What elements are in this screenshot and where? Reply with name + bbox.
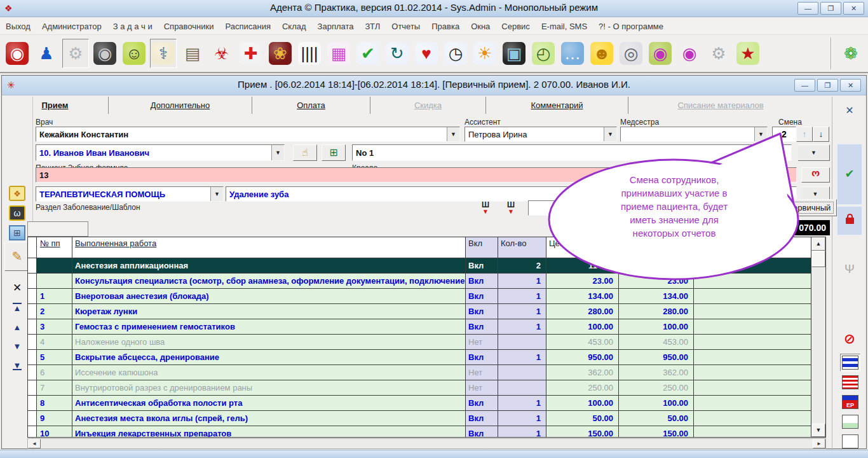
vscroll-thumb[interactable]	[811, 251, 825, 267]
tooth-button[interactable]: ω	[801, 167, 830, 183]
move-up-icon[interactable]: ▲	[7, 318, 27, 336]
confirm-icon[interactable]: ✔	[837, 165, 862, 182]
shift-stepper[interactable]: 2 ↑ ↓	[772, 127, 831, 142]
nurse-combo[interactable]: ▼	[620, 127, 768, 142]
table-row[interactable]: 4Наложение одного шваНет453.00453.00	[28, 335, 825, 350]
move-down-icon[interactable]: ▼	[7, 337, 27, 355]
chevron-down-icon[interactable]: ▼	[271, 145, 284, 160]
menu-item-администратор[interactable]: Администратор	[36, 18, 107, 35]
tab-оплата[interactable]: Оплата	[252, 97, 370, 114]
chevron-down-icon[interactable]: ▼	[604, 127, 616, 141]
chess-pieces-icon[interactable]: ♟	[33, 39, 60, 68]
scroll-left-icon[interactable]: ◄	[28, 439, 41, 448]
alarm-clock-icon[interactable]: ◴	[530, 39, 557, 68]
chat-icon[interactable]: …	[559, 39, 586, 68]
patient-card-button[interactable]: ☝	[293, 144, 317, 161]
patient-combo[interactable]: 10. Иванов Иван Иванович ▼	[36, 144, 285, 161]
shift-up-button[interactable]: ↑	[796, 127, 813, 142]
menu-item-расписания[interactable]: Расписания	[219, 18, 276, 35]
menu-item--о-программе[interactable]: ?! - О программе	[593, 18, 669, 35]
chevron-down-icon[interactable]: ▼	[754, 127, 767, 141]
row2-dropdown[interactable]: ▼	[798, 144, 830, 161]
close-panel-icon[interactable]: ✕	[837, 102, 862, 118]
col-header-work[interactable]: Выполненная работа	[72, 237, 466, 258]
menu-item-зарплата[interactable]: Зарплата	[312, 18, 360, 35]
col-header-qty[interactable]: Кол-во	[498, 237, 546, 258]
shift-down-button[interactable]: ↓	[813, 127, 829, 142]
film-icon[interactable]: ◉	[92, 39, 118, 68]
chevron-down-icon[interactable]: ▼	[447, 127, 459, 141]
col-header-price[interactable]: Цена	[546, 237, 619, 258]
calendar-heart-icon[interactable]: ♥	[413, 39, 440, 68]
firstaid-icon[interactable]: ✚	[238, 39, 264, 68]
section-combo[interactable]: ТЕРАПЕВТИЧЕСКАЯ ПОМОЩЬ ▼	[36, 186, 224, 202]
move-first-icon[interactable]: ▲	[7, 299, 27, 317]
table-row[interactable]: 1Внеротовая анестезия (блокада)Вкл1134.0…	[28, 289, 825, 304]
camera-icon[interactable]: ◎	[618, 39, 644, 68]
eye-icon[interactable]: ◉	[676, 39, 703, 68]
menu-item-справочники[interactable]: Справочники	[158, 18, 220, 35]
insert-template-all-icon[interactable]: Ш▼	[505, 202, 517, 215]
table-row[interactable]: 10Инъекция лекарственных препаратовВкл11…	[28, 426, 825, 438]
menu-item-отчеты[interactable]: Отчеты	[386, 18, 426, 35]
table-row[interactable]: 7Внутриротовой разрез с дренированием ра…	[28, 380, 825, 396]
tab-скидка[interactable]: Скидка	[370, 97, 486, 114]
inner-close-button[interactable]: ✕	[840, 79, 861, 92]
edit-note-icon[interactable]: ✎	[7, 247, 27, 265]
biohazard-icon[interactable]: ☣	[208, 39, 235, 68]
scroll-up-icon[interactable]: ▲	[811, 237, 825, 251]
chevron-down-icon[interactable]: ▼	[210, 187, 223, 201]
finder-icon[interactable]: ☺	[121, 39, 147, 68]
inner-restore-button[interactable]: ❐	[817, 79, 838, 92]
extract-tooth-icon[interactable]: Ψ	[837, 261, 862, 277]
move-last-icon[interactable]: ▼	[7, 356, 27, 374]
chevron-down-icon[interactable]: ▼	[798, 144, 830, 161]
shift-value[interactable]: 2	[772, 127, 796, 142]
tab-комментарий[interactable]: Комментарий	[486, 97, 628, 114]
table-row[interactable]: ►Анестезия аппликационнаяВкл2114.00228.0…	[28, 258, 825, 274]
restore-button[interactable]: ❐	[820, 2, 841, 15]
calendar-sync-icon[interactable]: ↻	[384, 39, 410, 68]
visit-type-button[interactable]: Первичный	[781, 199, 837, 216]
plan-icon[interactable]: ❖	[7, 184, 27, 202]
minimize-button[interactable]: —	[797, 2, 818, 15]
scroll-right-icon[interactable]: ►	[813, 439, 825, 448]
close-button[interactable]: ✕	[843, 2, 864, 15]
table-hscrollbar[interactable]: ◄ ►	[27, 438, 826, 449]
view-ep-icon[interactable]: EP	[840, 393, 860, 411]
xray-window-icon[interactable]: ⊞	[7, 224, 27, 242]
tab-дополнительно[interactable]: Дополнительно	[109, 97, 252, 114]
books-icon[interactable]: ▤	[179, 39, 206, 68]
pink-grid-icon[interactable]: ▦	[325, 39, 352, 68]
table-row[interactable]: Консультация специалиста (осмотр, сбор а…	[28, 274, 825, 289]
eye-card-icon[interactable]: ◉	[647, 39, 674, 68]
tooth-save-icon[interactable]: ω	[7, 204, 27, 222]
table-row[interactable]: 2Кюретаж лункиВкл1280.00280.00	[28, 304, 825, 319]
block-icon[interactable]: ⊘	[837, 331, 862, 347]
barcode-icon[interactable]: ||||	[296, 39, 323, 68]
table-row[interactable]: 6Иссечение капюшонаНет362.00362.00	[28, 365, 825, 380]
col-header-sum[interactable]: Сумма	[619, 237, 694, 258]
table-vscrollbar[interactable]: ▲ ▼	[811, 237, 825, 437]
insert-template-icon[interactable]: Ш▼	[480, 202, 491, 215]
calendar-sun-icon[interactable]: ☀	[471, 39, 498, 68]
col-header-on[interactable]: Вкл	[466, 237, 498, 258]
inner-minimize-button[interactable]: —	[794, 79, 815, 92]
table-row[interactable]: 5Вскрытие абсцесса, дренированиеВкл1950.…	[28, 350, 825, 365]
lock-icon[interactable]	[837, 212, 862, 229]
menu-item-сервис[interactable]: Сервис	[496, 18, 536, 35]
chair-field[interactable]: No 1	[352, 144, 792, 161]
icq-flower-icon[interactable]: ❁	[837, 39, 864, 68]
menu-item-правка[interactable]: Правка	[426, 18, 465, 35]
scroll-down-icon[interactable]: ▼	[811, 424, 825, 437]
table-row[interactable]: 3Гемостаз с применением гемостатиковВкл1…	[28, 319, 825, 335]
assistant-combo[interactable]: Петрова Ирина ▼	[465, 127, 617, 142]
stethoscope-icon[interactable]: ⚕	[150, 39, 177, 68]
tv-icon[interactable]: ▣	[501, 39, 527, 68]
calendar-check-icon[interactable]: ✔	[355, 39, 381, 68]
emoji-icon[interactable]: ☻	[588, 39, 615, 68]
view-paid-icon[interactable]	[840, 413, 860, 431]
view-done-icon[interactable]	[840, 373, 860, 391]
tab-списание[interactable]: Списание материалов	[628, 97, 813, 114]
view-all-icon[interactable]	[840, 433, 860, 450]
